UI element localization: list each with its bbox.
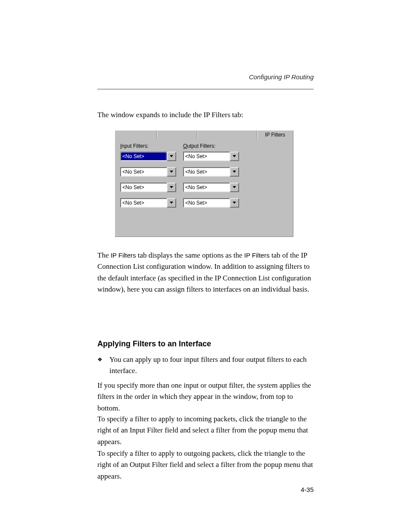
svg-marker-2: [170, 186, 173, 188]
input-filter-1-dropdown[interactable]: [167, 152, 176, 161]
svg-marker-4: [233, 155, 236, 157]
svg-marker-5: [233, 171, 236, 173]
output-filter-2[interactable]: <No Set>: [183, 167, 239, 177]
input-filter-3[interactable]: <No Set>: [120, 183, 176, 192]
running-head: Configuring IP Routing: [249, 73, 314, 81]
output-filter-3-dropdown[interactable]: [230, 183, 239, 192]
tab-ip-filters-label: IP Filters: [265, 132, 285, 138]
chevron-down-icon: [233, 171, 236, 173]
input-filter-1-value: <No Set>: [120, 152, 167, 161]
section-heading: Applying Filters to an Interface: [97, 339, 211, 348]
paragraph-1: The IP Filters tab displays the same opt…: [97, 250, 314, 295]
input-filters-label: Input Filters:: [120, 143, 181, 149]
output-filter-1-dropdown[interactable]: [230, 152, 239, 161]
input-filters-column: Input Filters: <No Set> <No Set> <No Set…: [120, 143, 181, 214]
input-filter-4[interactable]: <No Set>: [120, 198, 176, 208]
diamond-bullet-icon: ❖: [97, 354, 103, 362]
ip-filters-dialog: IP Filters Input Filters: <No Set> <No S…: [115, 130, 293, 237]
input-filter-3-dropdown[interactable]: [167, 183, 176, 192]
output-filter-4-value: <No Set>: [183, 198, 230, 208]
output-filter-2-value: <No Set>: [183, 167, 230, 177]
output-filter-1[interactable]: <No Set>: [183, 152, 239, 161]
tab-blank-1[interactable]: [115, 130, 157, 139]
input-filter-2[interactable]: <No Set>: [120, 167, 176, 177]
chevron-down-icon: [170, 155, 173, 158]
output-filter-3[interactable]: <No Set>: [183, 183, 239, 192]
tab-page: Input Filters: <No Set> <No Set> <No Set…: [115, 139, 293, 237]
output-filter-1-value: <No Set>: [183, 152, 230, 161]
input-filter-4-value: <No Set>: [120, 198, 167, 208]
svg-marker-1: [170, 171, 173, 173]
bullet-1: ❖ You can apply up to four input filters…: [97, 354, 314, 377]
chevron-down-icon: [170, 202, 173, 204]
page-number: 4-35: [301, 486, 314, 493]
input-filter-1[interactable]: <No Set>: [120, 152, 176, 161]
input-filter-2-value: <No Set>: [120, 167, 167, 177]
input-filter-4-dropdown[interactable]: [167, 198, 176, 208]
tab-strip: IP Filters: [115, 130, 293, 139]
svg-marker-0: [170, 155, 173, 157]
output-filters-column: Output Filters: <No Set> <No Set> <No Se…: [183, 143, 243, 214]
tab-blank-2[interactable]: [157, 130, 197, 139]
output-filter-2-dropdown[interactable]: [230, 167, 239, 177]
chevron-down-icon: [170, 171, 173, 173]
svg-marker-3: [170, 202, 173, 204]
header-rule: [97, 89, 314, 90]
bullet-1-text: You can apply up to four input filters a…: [109, 354, 314, 377]
intro-text: The window expands to include the IP Fil…: [97, 110, 314, 121]
input-filter-3-value: <No Set>: [120, 183, 167, 192]
paragraph-4: To specify a filter to apply to outgoing…: [97, 448, 314, 482]
paragraph-2: If you specify more than one input or ou…: [97, 380, 314, 414]
output-filter-4[interactable]: <No Set>: [183, 198, 239, 208]
chevron-down-icon: [233, 202, 236, 204]
output-filters-label: Output Filters:: [183, 143, 243, 149]
svg-marker-6: [233, 186, 236, 188]
input-filter-2-dropdown[interactable]: [167, 167, 176, 177]
chevron-down-icon: [233, 186, 236, 189]
paragraph-3: To specify a filter to apply to incoming…: [97, 414, 314, 448]
output-filter-4-dropdown[interactable]: [230, 198, 239, 208]
tab-blank-3[interactable]: [197, 130, 257, 139]
tab-ip-filters[interactable]: IP Filters: [257, 130, 293, 139]
chevron-down-icon: [170, 186, 173, 189]
svg-marker-7: [233, 202, 236, 204]
output-filter-3-value: <No Set>: [183, 183, 230, 192]
chevron-down-icon: [233, 155, 236, 158]
